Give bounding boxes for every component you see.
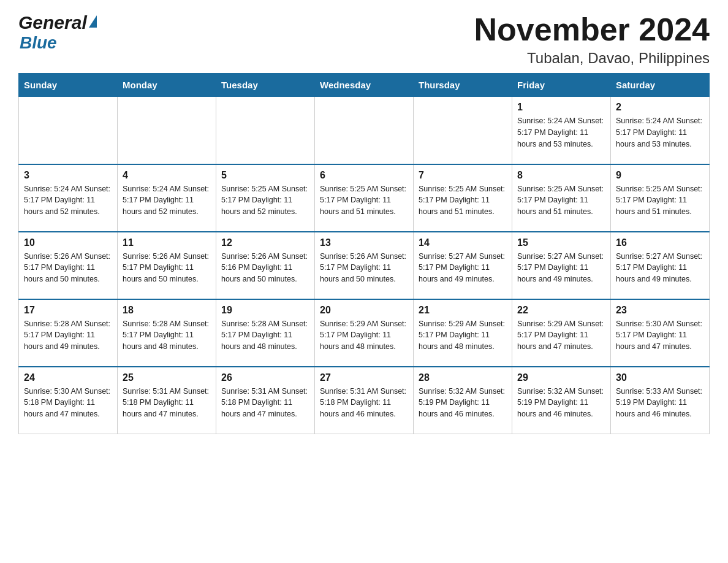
day-number: 7 (419, 170, 507, 181)
day-number: 29 (517, 372, 605, 383)
day-info: Sunrise: 5:28 AM Sunset: 5:17 PM Dayligh… (123, 318, 211, 353)
calendar-day-cell (216, 97, 315, 164)
calendar-day-cell: 22Sunrise: 5:29 AM Sunset: 5:17 PM Dayli… (512, 299, 611, 367)
day-info: Sunrise: 5:27 AM Sunset: 5:17 PM Dayligh… (517, 251, 605, 285)
page-header: General Blue November 2024 Tubalan, Dava… (18, 12, 710, 67)
calendar-day-cell: 23Sunrise: 5:30 AM Sunset: 5:17 PM Dayli… (611, 299, 710, 367)
calendar-day-cell (19, 97, 118, 164)
title-section: November 2024 Tubalan, Davao, Philippine… (474, 12, 710, 67)
calendar-day-cell: 6Sunrise: 5:25 AM Sunset: 5:17 PM Daylig… (315, 164, 414, 232)
month-title: November 2024 (474, 12, 710, 47)
day-info: Sunrise: 5:31 AM Sunset: 5:18 PM Dayligh… (221, 386, 309, 420)
day-info: Sunrise: 5:29 AM Sunset: 5:17 PM Dayligh… (419, 318, 507, 353)
calendar-day-cell: 5Sunrise: 5:25 AM Sunset: 5:17 PM Daylig… (216, 164, 315, 232)
calendar-day-cell: 13Sunrise: 5:26 AM Sunset: 5:17 PM Dayli… (315, 232, 414, 299)
day-number: 14 (419, 237, 507, 248)
day-info: Sunrise: 5:29 AM Sunset: 5:17 PM Dayligh… (517, 318, 605, 353)
calendar-day-cell: 8Sunrise: 5:25 AM Sunset: 5:17 PM Daylig… (512, 164, 611, 232)
day-number: 23 (616, 305, 704, 316)
calendar-day-cell: 12Sunrise: 5:26 AM Sunset: 5:16 PM Dayli… (216, 232, 315, 299)
day-number: 5 (221, 170, 309, 181)
calendar-day-cell: 3Sunrise: 5:24 AM Sunset: 5:17 PM Daylig… (19, 164, 118, 232)
calendar-day-cell: 19Sunrise: 5:28 AM Sunset: 5:17 PM Dayli… (216, 299, 315, 367)
day-number: 1 (517, 102, 605, 113)
calendar-table: SundayMondayTuesdayWednesdayThursdayFrid… (18, 73, 710, 434)
day-header-wednesday: Wednesday (315, 74, 414, 97)
day-info: Sunrise: 5:30 AM Sunset: 5:18 PM Dayligh… (24, 386, 112, 420)
day-number: 11 (123, 237, 211, 248)
calendar-day-cell: 1Sunrise: 5:24 AM Sunset: 5:17 PM Daylig… (512, 97, 611, 164)
calendar-day-cell: 17Sunrise: 5:28 AM Sunset: 5:17 PM Dayli… (19, 299, 118, 367)
calendar-day-cell: 11Sunrise: 5:26 AM Sunset: 5:17 PM Dayli… (118, 232, 216, 299)
calendar-week-row: 10Sunrise: 5:26 AM Sunset: 5:17 PM Dayli… (19, 232, 710, 299)
calendar-day-cell: 16Sunrise: 5:27 AM Sunset: 5:17 PM Dayli… (611, 232, 710, 299)
day-number: 21 (419, 305, 507, 316)
day-number: 4 (123, 170, 211, 181)
calendar-day-cell: 2Sunrise: 5:24 AM Sunset: 5:17 PM Daylig… (611, 97, 710, 164)
day-info: Sunrise: 5:26 AM Sunset: 5:17 PM Dayligh… (123, 251, 211, 285)
day-info: Sunrise: 5:24 AM Sunset: 5:17 PM Dayligh… (24, 183, 112, 218)
day-number: 20 (320, 305, 408, 316)
day-number: 17 (24, 305, 112, 316)
calendar-day-cell: 29Sunrise: 5:32 AM Sunset: 5:19 PM Dayli… (512, 367, 611, 434)
day-info: Sunrise: 5:25 AM Sunset: 5:17 PM Dayligh… (221, 183, 309, 218)
day-number: 13 (320, 237, 408, 248)
day-info: Sunrise: 5:33 AM Sunset: 5:19 PM Dayligh… (616, 386, 704, 420)
calendar-week-row: 1Sunrise: 5:24 AM Sunset: 5:17 PM Daylig… (19, 97, 710, 164)
day-header-sunday: Sunday (19, 74, 118, 97)
day-number: 26 (221, 372, 309, 383)
day-number: 18 (123, 305, 211, 316)
day-number: 30 (616, 372, 704, 383)
day-number: 15 (517, 237, 605, 248)
day-info: Sunrise: 5:27 AM Sunset: 5:17 PM Dayligh… (419, 251, 507, 285)
day-number: 8 (517, 170, 605, 181)
calendar-day-cell (118, 97, 216, 164)
day-info: Sunrise: 5:32 AM Sunset: 5:19 PM Dayligh… (517, 386, 605, 420)
day-number: 22 (517, 305, 605, 316)
day-info: Sunrise: 5:25 AM Sunset: 5:17 PM Dayligh… (419, 183, 507, 218)
calendar-day-cell: 20Sunrise: 5:29 AM Sunset: 5:17 PM Dayli… (315, 299, 414, 367)
day-info: Sunrise: 5:24 AM Sunset: 5:17 PM Dayligh… (123, 183, 211, 218)
day-info: Sunrise: 5:26 AM Sunset: 5:17 PM Dayligh… (24, 251, 112, 285)
calendar-day-cell (315, 97, 414, 164)
day-info: Sunrise: 5:24 AM Sunset: 5:17 PM Dayligh… (517, 115, 605, 150)
calendar-day-cell: 28Sunrise: 5:32 AM Sunset: 5:19 PM Dayli… (414, 367, 512, 434)
day-info: Sunrise: 5:29 AM Sunset: 5:17 PM Dayligh… (320, 318, 408, 353)
logo-general: General (18, 12, 87, 33)
calendar-day-cell: 21Sunrise: 5:29 AM Sunset: 5:17 PM Dayli… (414, 299, 512, 367)
day-info: Sunrise: 5:25 AM Sunset: 5:17 PM Dayligh… (616, 183, 704, 218)
logo-triangle-icon (89, 15, 97, 28)
day-number: 19 (221, 305, 309, 316)
day-header-friday: Friday (512, 74, 611, 97)
day-number: 28 (419, 372, 507, 383)
location-title: Tubalan, Davao, Philippines (474, 50, 710, 67)
day-info: Sunrise: 5:30 AM Sunset: 5:17 PM Dayligh… (616, 318, 704, 353)
day-info: Sunrise: 5:32 AM Sunset: 5:19 PM Dayligh… (419, 386, 507, 420)
calendar-day-cell: 18Sunrise: 5:28 AM Sunset: 5:17 PM Dayli… (118, 299, 216, 367)
day-number: 25 (123, 372, 211, 383)
calendar-day-cell: 9Sunrise: 5:25 AM Sunset: 5:17 PM Daylig… (611, 164, 710, 232)
calendar-day-cell: 25Sunrise: 5:31 AM Sunset: 5:18 PM Dayli… (118, 367, 216, 434)
calendar-day-cell: 14Sunrise: 5:27 AM Sunset: 5:17 PM Dayli… (414, 232, 512, 299)
calendar-day-cell: 7Sunrise: 5:25 AM Sunset: 5:17 PM Daylig… (414, 164, 512, 232)
day-header-saturday: Saturday (611, 74, 710, 97)
day-number: 3 (24, 170, 112, 181)
calendar-day-cell (414, 97, 512, 164)
day-header-monday: Monday (118, 74, 216, 97)
calendar-header-row: SundayMondayTuesdayWednesdayThursdayFrid… (19, 74, 710, 97)
calendar-week-row: 17Sunrise: 5:28 AM Sunset: 5:17 PM Dayli… (19, 299, 710, 367)
calendar-week-row: 24Sunrise: 5:30 AM Sunset: 5:18 PM Dayli… (19, 367, 710, 434)
calendar-day-cell: 15Sunrise: 5:27 AM Sunset: 5:17 PM Dayli… (512, 232, 611, 299)
day-number: 24 (24, 372, 112, 383)
day-number: 2 (616, 102, 704, 113)
calendar-day-cell: 30Sunrise: 5:33 AM Sunset: 5:19 PM Dayli… (611, 367, 710, 434)
day-header-thursday: Thursday (414, 74, 512, 97)
day-info: Sunrise: 5:25 AM Sunset: 5:17 PM Dayligh… (517, 183, 605, 218)
day-number: 10 (24, 237, 112, 248)
day-info: Sunrise: 5:31 AM Sunset: 5:18 PM Dayligh… (320, 386, 408, 420)
day-number: 12 (221, 237, 309, 248)
day-info: Sunrise: 5:31 AM Sunset: 5:18 PM Dayligh… (123, 386, 211, 420)
day-info: Sunrise: 5:26 AM Sunset: 5:17 PM Dayligh… (320, 251, 408, 285)
day-header-tuesday: Tuesday (216, 74, 315, 97)
day-number: 16 (616, 237, 704, 248)
